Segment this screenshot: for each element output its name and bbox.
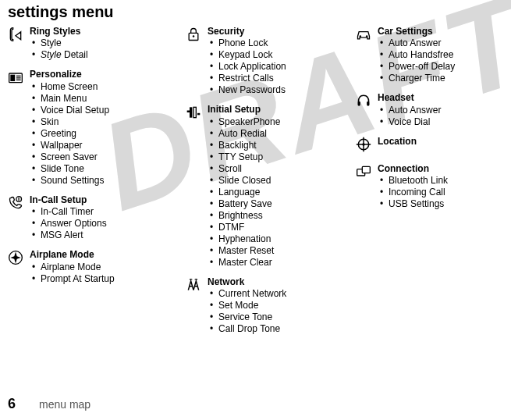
personalize-list: Home ScreenMain MenuVoice Dial SetupSkin…	[30, 81, 172, 187]
section-personalize: Personalize Home ScreenMain MenuVoice Di…	[8, 69, 172, 186]
connection-icon	[356, 163, 378, 210]
footer-label: menu map	[39, 398, 90, 411]
svg-text:0: 0	[18, 197, 20, 201]
list-item: Greeting	[30, 128, 172, 140]
section-ring-styles: Ring Styles StyleStyle Detail	[8, 26, 172, 61]
list-item: Service Tone	[208, 311, 342, 323]
svg-rect-16	[358, 101, 360, 106]
list-item: TTY Setup	[208, 151, 342, 163]
location-icon	[356, 136, 378, 155]
network-heading: Network	[208, 276, 342, 287]
list-item: Backlight	[208, 140, 342, 151]
headset-list: Auto AnswerVoice Dial	[378, 105, 496, 128]
in-call-list: In-Call TimerAnswer OptionsMSG Alert	[30, 206, 172, 241]
list-item: Auto Answer	[378, 37, 496, 49]
svg-rect-23	[362, 166, 370, 173]
section-headset: Headset Auto AnswerVoice Dial	[356, 92, 496, 127]
initial-setup-list: SpeakerPhoneAuto RedialBacklightTTY Setu…	[208, 116, 342, 269]
page-number: 6	[8, 396, 16, 412]
airplane-icon	[8, 249, 30, 284]
network-list: Current NetworkSet ModeService ToneCall …	[208, 288, 342, 335]
network-icon	[186, 276, 208, 335]
section-initial-setup: Initial Setup SpeakerPhoneAuto RedialBac…	[186, 104, 342, 268]
car-icon	[356, 26, 378, 84]
in-call-icon: 0	[8, 194, 30, 241]
headset-heading: Headset	[378, 92, 496, 103]
list-item: In-Call Timer	[30, 206, 172, 218]
list-item: Prompt At Startup	[30, 273, 172, 285]
list-item: Skin	[30, 116, 172, 128]
section-airplane: Airplane Mode Airplane ModePrompt At Sta…	[8, 249, 172, 284]
page-title: settings menu	[8, 3, 503, 21]
connection-heading: Connection	[378, 163, 496, 174]
list-item: Voice Dial Setup	[30, 105, 172, 116]
list-item: Restrict Calls	[208, 73, 342, 84]
section-location: Location	[356, 136, 496, 155]
security-heading: Security	[208, 26, 342, 37]
section-car-settings: Car Settings Auto AnswerAuto HandsfreePo…	[356, 26, 496, 84]
columns: Ring Styles StyleStyle Detail Personaliz…	[8, 26, 503, 343]
headset-icon	[356, 92, 378, 127]
list-item: Incoming Call	[378, 187, 496, 198]
list-item: Battery Save	[208, 198, 342, 210]
security-list: Phone LockKeypad LockLock ApplicationRes…	[208, 37, 342, 96]
column-1: Ring Styles StyleStyle Detail Personaliz…	[8, 26, 172, 343]
svg-point-21	[362, 143, 364, 145]
svg-rect-12	[187, 111, 190, 113]
airplane-list: Airplane ModePrompt At Startup	[30, 262, 172, 285]
list-item: Brightness	[208, 210, 342, 222]
svg-rect-17	[367, 101, 369, 106]
list-item: Auto Handsfree	[378, 49, 496, 61]
personalize-heading: Personalize	[30, 69, 172, 80]
security-icon	[186, 26, 208, 96]
list-item: Airplane Mode	[30, 262, 172, 273]
column-3: Car Settings Auto AnswerAuto HandsfreePo…	[356, 26, 496, 343]
list-item: Style Detail	[30, 49, 172, 61]
list-item: Sound Settings	[30, 175, 172, 187]
initial-setup-icon	[186, 104, 208, 268]
svg-point-15	[366, 35, 368, 37]
svg-rect-11	[193, 108, 196, 118]
column-2: Security Phone LockKeypad LockLock Appli…	[186, 26, 342, 343]
svg-rect-13	[197, 113, 200, 116]
svg-point-9	[193, 35, 195, 37]
list-item: Phone Lock	[208, 37, 342, 49]
list-item: Slide Tone	[30, 163, 172, 175]
list-item: Screen Saver	[30, 151, 172, 163]
list-item: Wallpaper	[30, 140, 172, 151]
footer: 6 menu map	[8, 396, 90, 412]
list-item: Auto Redial	[208, 128, 342, 140]
list-item: Auto Answer	[378, 105, 496, 116]
section-security: Security Phone LockKeypad LockLock Appli…	[186, 26, 342, 96]
list-item: Keypad Lock	[208, 49, 342, 61]
location-heading: Location	[378, 136, 496, 147]
car-list: Auto AnswerAuto HandsfreePower-off Delay…	[378, 37, 496, 84]
ring-styles-heading: Ring Styles	[30, 26, 172, 37]
list-item: Call Drop Tone	[208, 323, 342, 335]
list-item: Master Clear	[208, 257, 342, 269]
list-item: Hyphenation	[208, 233, 342, 245]
list-item: Home Screen	[30, 81, 172, 93]
list-item: MSG Alert	[30, 230, 172, 241]
list-item: Bluetooth Link	[378, 175, 496, 187]
list-item: SpeakerPhone	[208, 116, 342, 128]
list-item: New Passwords	[208, 84, 342, 96]
list-item: Main Menu	[30, 93, 172, 105]
svg-rect-1	[10, 75, 15, 81]
list-item: Style	[30, 37, 172, 49]
list-item: Charger Time	[378, 73, 496, 84]
airplane-heading: Airplane Mode	[30, 249, 172, 260]
list-item: DTMF	[208, 222, 342, 233]
initial-setup-heading: Initial Setup	[208, 104, 342, 115]
section-in-call: 0 In-Call Setup In-Call TimerAnswer Opti…	[8, 194, 172, 241]
list-item: Scroll	[208, 163, 342, 175]
list-item: Voice Dial	[378, 116, 496, 128]
list-item: Current Network	[208, 288, 342, 300]
section-network: Network Current NetworkSet ModeService T…	[186, 276, 342, 335]
personalize-icon	[8, 69, 30, 186]
list-item: Lock Application	[208, 61, 342, 73]
section-connection: Connection Bluetooth LinkIncoming CallUS…	[356, 163, 496, 210]
car-heading: Car Settings	[378, 26, 496, 37]
list-item: Answer Options	[30, 218, 172, 230]
list-item: Set Mode	[208, 300, 342, 311]
